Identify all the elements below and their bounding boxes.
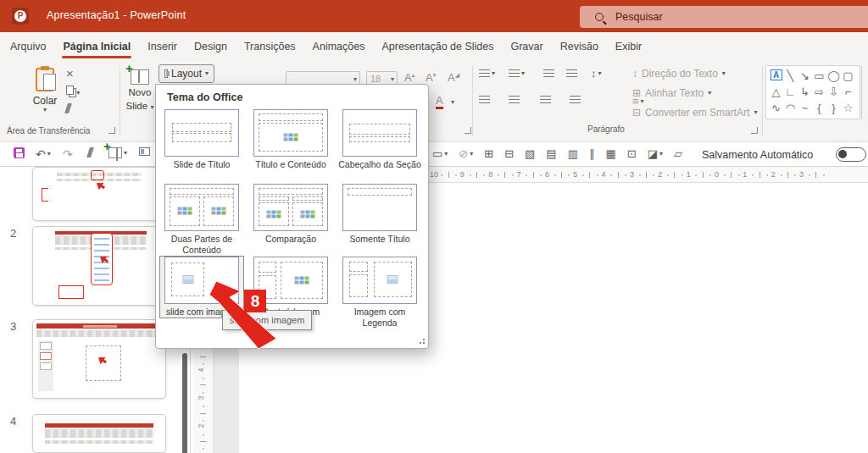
distribute-vertical-button[interactable]: ▦	[605, 147, 615, 161]
layout-option-título-e-conteúdo[interactable]: Título e Conteúdo	[249, 109, 332, 170]
layout-option-comparação[interactable]: Comparação	[249, 184, 332, 245]
paragraph-dialog-launcher[interactable]	[751, 127, 758, 134]
right-arrow-icon[interactable]: ⇨	[812, 84, 826, 100]
arc-icon[interactable]: ◠	[783, 100, 798, 116]
elbow-arrow-icon[interactable]: ↳	[798, 84, 812, 100]
tab-design[interactable]: Design	[186, 32, 236, 60]
line-spacing-button[interactable]: ↕▾	[591, 68, 602, 80]
search-box[interactable]: Pesquisar	[580, 6, 868, 28]
line-arrow-icon[interactable]: ↘	[798, 68, 812, 84]
scribble-icon[interactable]: ∿	[769, 100, 783, 116]
layout-button[interactable]: Layout ▾	[159, 64, 214, 83]
distribute-horizontal-button[interactable]: ∥	[589, 147, 595, 161]
eraser-button[interactable]: ◪▾	[648, 147, 663, 161]
ruler-tick	[448, 172, 449, 178]
slide-thumbnail-1[interactable]	[32, 167, 166, 221]
layout-option-duas-partes-de-conteúdo[interactable]: Duas Partes de Conteúdo	[160, 184, 243, 255]
increase-indent-button[interactable]	[566, 69, 577, 77]
qat-new-slide-button[interactable]: ▾	[108, 147, 127, 158]
redo-button[interactable]: ↷	[63, 147, 73, 161]
curve-icon[interactable]: ~	[798, 100, 812, 116]
slide-thumbnail-3[interactable]	[32, 319, 166, 399]
center-horizontal-button[interactable]: ▥	[568, 147, 578, 161]
text-direction-button[interactable]: ↕Direção do Texto▾	[632, 68, 726, 80]
shape-effects-button[interactable]: ⊘▾	[459, 147, 473, 161]
qat-format-painter-button[interactable]	[88, 147, 92, 157]
paste-button[interactable]: Colar ▾	[25, 66, 64, 127]
font-size-value: 18	[370, 74, 381, 84]
slide-panel-scrollbar[interactable]	[182, 353, 187, 453]
layout-option-imagem-com-legenda[interactable]: Imagem com Legenda	[338, 257, 421, 328]
ruler-tick	[203, 363, 204, 365]
new-slide-button[interactable]: Novo Slide ▾	[122, 66, 158, 127]
qat-layout-button[interactable]	[139, 147, 150, 156]
tab-transições[interactable]: Transições	[236, 32, 304, 60]
format-painter-button[interactable]	[66, 103, 70, 116]
oval-icon[interactable]: ◯	[826, 68, 841, 84]
left-brace-icon[interactable]: {	[812, 100, 826, 116]
clipboard-dialog-launcher[interactable]	[108, 127, 115, 134]
tab-exibir[interactable]: Exibir	[607, 32, 650, 60]
bullets-button[interactable]: ▾	[479, 69, 495, 77]
bring-forward-button[interactable]: ⊞	[484, 147, 493, 161]
slide-number: 2	[10, 227, 16, 240]
tab-apresentação-de-slides[interactable]: Apresentação de Slides	[373, 32, 502, 60]
chevron-down-icon: ▾	[205, 70, 209, 77]
tab-página-inicial[interactable]: Página Inicial	[54, 32, 139, 60]
numbering-button[interactable]: ▾	[509, 69, 525, 77]
tab-gravar[interactable]: Gravar	[502, 32, 551, 60]
down-arrow-icon[interactable]: ⇩	[826, 84, 841, 100]
elbow-connector-icon[interactable]: ∟	[783, 84, 798, 100]
rotate-object-button[interactable]: ▧	[525, 147, 535, 161]
tab-inserir[interactable]: Inserir	[139, 32, 186, 60]
tab-animações[interactable]: Animações	[304, 32, 374, 60]
layout-option-slide-de-título[interactable]: Slide de Título	[160, 109, 243, 170]
convert-smartart-button[interactable]: ⊟Converter em SmartArt▾	[632, 107, 757, 119]
align-bottom-button[interactable]: ▤	[546, 147, 556, 161]
clipboard-group-label: Área de Transferência	[7, 126, 90, 135]
shapes-gallery-scrollbar[interactable]	[861, 65, 868, 119]
justify-button[interactable]	[570, 96, 581, 103]
text-box-icon[interactable]: A	[771, 69, 782, 80]
layout-option-somente-título[interactable]: Somente Título	[338, 184, 421, 245]
ruler-number: 2	[197, 424, 205, 428]
align-center-button[interactable]	[509, 96, 520, 103]
tab-revisão[interactable]: Revisão	[552, 32, 607, 60]
corner-shape-icon[interactable]: ⌐	[841, 84, 855, 100]
slide-thumbnail-2[interactable]	[32, 226, 166, 306]
layout-icon	[164, 69, 168, 78]
star-icon[interactable]: ☆	[841, 100, 855, 116]
crop-button[interactable]: ▱	[674, 147, 682, 161]
autosave-toggle[interactable]	[836, 147, 866, 162]
menu-resize-grip[interactable]	[418, 339, 425, 345]
copy-button[interactable]: ▾	[66, 86, 80, 97]
font-dialog-launcher[interactable]	[465, 127, 471, 134]
shrink-font-button[interactable]: A▾	[426, 71, 436, 84]
align-right-button[interactable]	[540, 96, 551, 103]
recent-shape-button[interactable]: ▭▾	[432, 147, 448, 161]
cut-icon[interactable]: ×	[66, 68, 74, 80]
font-color-button[interactable]: A	[436, 95, 443, 109]
layout-option-cabeçalho-da-seção[interactable]: Cabeçalho da Seção	[338, 109, 421, 170]
clear-format-button[interactable]: A◢	[448, 71, 459, 84]
decrease-indent-button[interactable]	[543, 69, 554, 77]
tab-arquivo[interactable]: Arquivo	[2, 32, 54, 60]
text-direction-icon: ↕	[632, 68, 637, 80]
group-objects-button[interactable]: ⊡	[627, 147, 637, 161]
undo-button[interactable]: ↶▾	[36, 147, 51, 161]
powerpoint-app-icon[interactable]: P	[12, 8, 29, 25]
triangle-icon[interactable]: △	[769, 84, 783, 100]
right-brace-icon[interactable]: }	[826, 100, 841, 116]
align-text-button[interactable]: ⊞Alinhar Texto▾	[632, 87, 711, 99]
slide-thumbnail-4[interactable]	[32, 414, 166, 453]
ruler-tick	[731, 172, 732, 178]
chevron-down-icon: ▾	[754, 109, 757, 116]
align-left-button[interactable]	[479, 96, 490, 103]
save-button[interactable]	[14, 147, 25, 158]
send-backward-button[interactable]: ⊟	[504, 147, 514, 161]
line-icon[interactable]: ╲	[783, 68, 798, 84]
slide-number: 4	[10, 415, 16, 428]
rounded-rectangle-icon[interactable]: ▢	[841, 68, 855, 84]
rectangle-icon[interactable]: ▭	[812, 68, 826, 84]
grow-font-button[interactable]: A▴	[404, 71, 415, 84]
